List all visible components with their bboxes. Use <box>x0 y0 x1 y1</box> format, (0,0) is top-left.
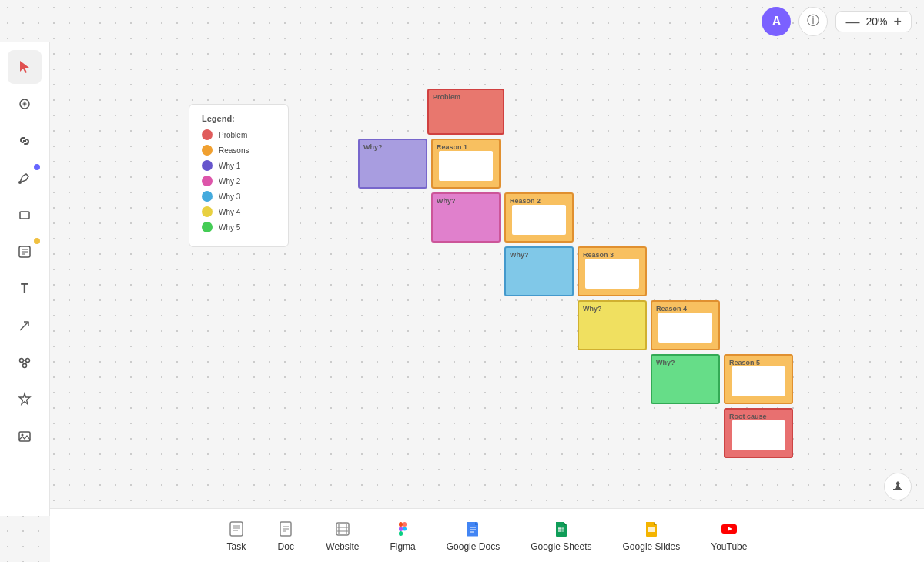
text-icon: T <box>21 282 28 296</box>
svg-rect-16 <box>19 432 30 441</box>
toolbar-doc-label: Doc <box>278 541 294 552</box>
svg-rect-26 <box>336 523 349 535</box>
block-rootcause[interactable]: Root cause <box>724 408 793 458</box>
block-inner-reason5 <box>732 366 785 396</box>
legend-dot <box>202 222 213 232</box>
block-inner-reason3 <box>585 259 639 289</box>
select-icon <box>17 59 32 75</box>
legend-item: Problem <box>202 129 276 140</box>
arrow-icon <box>17 318 32 333</box>
toolbar-item-doc[interactable]: Doc <box>276 520 295 552</box>
legend-dot <box>202 129 213 140</box>
svg-rect-40 <box>561 530 564 532</box>
toolbar-items: Task Doc Website Figma Google Docs Googl… <box>227 520 748 552</box>
topbar: A ⓘ — 20% + <box>0 0 924 42</box>
block-why5[interactable]: Why? <box>651 354 720 404</box>
sidebar-item-pen[interactable] <box>8 87 42 121</box>
svg-rect-29 <box>399 527 403 531</box>
block-why1[interactable]: Why? <box>358 139 427 189</box>
legend-item: Why 4 <box>202 206 276 217</box>
magic-icon <box>17 392 32 407</box>
block-label-why3: Why? <box>510 251 529 259</box>
toolbar-item-google_docs[interactable]: Google Docs <box>447 520 500 552</box>
sidebar-item-text[interactable]: T <box>8 272 42 306</box>
block-reason5[interactable]: Reason 5 <box>724 354 793 404</box>
pen-icon <box>17 96 32 112</box>
toolbar-website-label: Website <box>326 541 359 552</box>
block-label-why4: Why? <box>583 305 602 313</box>
avatar-button[interactable]: A <box>762 7 791 36</box>
block-why2[interactable]: Why? <box>431 192 500 243</box>
sidebar-item-arrow[interactable] <box>8 309 42 343</box>
block-reason4[interactable]: Reason 4 <box>651 300 720 350</box>
legend-item-label: Reasons <box>219 146 249 155</box>
gsheets-icon <box>553 520 570 537</box>
toolbar-task-label: Task <box>227 541 246 552</box>
block-reason3[interactable]: Reason 3 <box>578 246 647 296</box>
main-content: Legend: Problem Reasons Why 1 Why 2 Why … <box>50 42 924 508</box>
svg-point-1 <box>24 103 26 105</box>
sidebar-item-media[interactable] <box>8 420 42 453</box>
legend-item-label: Why 1 <box>219 162 240 170</box>
block-label-reason3: Reason 3 <box>583 251 614 259</box>
block-label-reason4: Reason 4 <box>656 305 687 313</box>
legend-item: Reasons <box>202 145 276 156</box>
link-icon <box>17 133 32 149</box>
block-problem[interactable]: Problem <box>427 89 504 135</box>
block-why3[interactable]: Why? <box>504 246 574 296</box>
sticky-dot <box>34 238 40 244</box>
block-label-reason2: Reason 2 <box>510 197 541 205</box>
svg-rect-44 <box>648 527 655 532</box>
zoom-out-button[interactable]: — <box>845 15 859 28</box>
info-icon: ⓘ <box>807 13 819 29</box>
toolbar-figma-icon <box>393 520 412 538</box>
toolbar-item-youtube[interactable]: YouTube <box>711 520 747 552</box>
toolbar-item-task[interactable]: Task <box>227 520 246 552</box>
draw-icon <box>17 170 32 186</box>
legend-items: Problem Reasons Why 1 Why 2 Why 3 Why 4 … <box>202 129 276 232</box>
doc-icon <box>277 520 294 537</box>
toolbar-item-google_slides[interactable]: Google Slides <box>623 520 681 552</box>
sidebar-item-shape[interactable] <box>8 198 42 232</box>
toolbar-item-google_sheets[interactable]: Google Sheets <box>531 520 591 552</box>
svg-point-11 <box>26 359 30 363</box>
legend: Legend: Problem Reasons Why 1 Why 2 Why … <box>189 104 289 247</box>
zoom-level: 20% <box>865 15 887 28</box>
block-label-reason5: Reason 5 <box>729 359 760 366</box>
toolbar-website-icon <box>333 520 352 538</box>
task-icon <box>228 520 245 537</box>
toolbar-task-icon <box>227 520 246 538</box>
toolbar-item-website[interactable]: Website <box>326 520 359 552</box>
sidebar-item-link[interactable] <box>8 124 42 158</box>
svg-line-15 <box>25 362 27 364</box>
toolbar-item-figma[interactable]: Figma <box>390 520 415 552</box>
block-label-why1: Why? <box>363 143 383 151</box>
toolbar-google_sheets-label: Google Sheets <box>531 541 591 552</box>
svg-point-31 <box>403 527 407 530</box>
zoom-in-button[interactable]: + <box>893 15 902 28</box>
sidebar-item-draw[interactable] <box>8 161 42 195</box>
legend-item-label: Why 4 <box>219 208 240 216</box>
pin-button[interactable] <box>884 473 912 500</box>
info-button[interactable]: ⓘ <box>798 7 828 36</box>
legend-item: Why 5 <box>202 222 276 232</box>
block-label-reason1: Reason 1 <box>437 143 467 151</box>
block-inner-reason4 <box>658 313 712 343</box>
legend-item-label: Why 2 <box>219 177 240 186</box>
block-reason2[interactable]: Reason 2 <box>504 192 574 243</box>
sidebar-item-sticky[interactable] <box>8 235 42 269</box>
svg-rect-28 <box>403 522 407 527</box>
block-inner-rootcause <box>732 420 785 450</box>
svg-rect-37 <box>558 527 561 530</box>
connect-icon <box>17 355 32 370</box>
block-reason1[interactable]: Reason 1 <box>431 139 500 189</box>
sidebar-item-connect[interactable] <box>8 346 42 380</box>
gdocs-icon <box>464 520 481 537</box>
zoom-controls: — 20% + <box>835 11 912 32</box>
block-why4[interactable]: Why? <box>578 300 647 350</box>
svg-point-12 <box>23 364 27 368</box>
pin-icon <box>891 480 905 493</box>
svg-rect-27 <box>399 522 403 527</box>
sidebar-item-select[interactable] <box>8 50 42 84</box>
sidebar-item-magic[interactable] <box>8 383 42 416</box>
